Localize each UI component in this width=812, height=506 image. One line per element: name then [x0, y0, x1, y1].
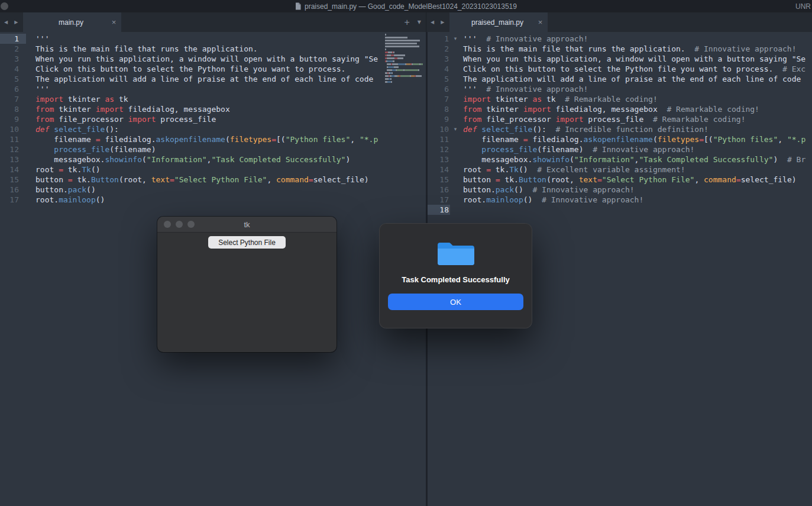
line-number: 3: [444, 54, 449, 64]
fold-spacer: [450, 44, 461, 54]
gutter-cell: 18: [428, 205, 461, 215]
code-line[interactable]: Click on this button to select the Pytho…: [463, 64, 812, 74]
code-line[interactable]: The application will add a line of prais…: [35, 74, 426, 84]
code-line[interactable]: from tkinter import filedialog, messageb…: [463, 104, 812, 114]
line-number: 2: [444, 44, 449, 54]
code-token: askopenfilename: [584, 135, 653, 144]
nav-back-icon[interactable]: ◀: [431, 20, 434, 25]
nav-forward-icon[interactable]: ▶: [441, 20, 444, 25]
tk-window: tk Select Python File: [157, 217, 337, 352]
code-line[interactable]: button.pack(): [35, 185, 426, 195]
new-tab-button[interactable]: +: [405, 17, 410, 28]
code-line[interactable]: root = tk.Tk() # Excellent variable assi…: [463, 165, 812, 175]
close-tab-icon[interactable]: ×: [538, 18, 543, 26]
line-number: 5: [14, 74, 19, 84]
gutter-cell: 12: [0, 144, 26, 154]
tab-main-py[interactable]: main.py ×: [23, 12, 121, 32]
code-line[interactable]: When you run this application, a window …: [35, 54, 426, 64]
code-line[interactable]: messagebox.showinfo("Information","Task …: [463, 154, 812, 165]
code-token: from: [463, 115, 481, 124]
gutter-cell: 8: [428, 104, 461, 114]
code-token: root.: [463, 195, 486, 204]
code-line[interactable]: from tkinter import filedialog, messageb…: [35, 104, 426, 114]
window-close-button[interactable]: [1, 2, 8, 10]
code-line[interactable]: button = tk.Button(root, text="Select Py…: [463, 175, 812, 185]
code-token: ''': [463, 34, 477, 43]
code-token: # Remarkable coding!: [658, 105, 759, 114]
code-line[interactable]: Click on this button to select the Pytho…: [35, 64, 426, 74]
code-line[interactable]: The application will add a line of prais…: [463, 74, 812, 84]
code-line[interactable]: process_file(filename) # Innovative appr…: [463, 144, 812, 154]
code-line[interactable]: root.mainloop(): [35, 195, 426, 205]
close-tab-icon[interactable]: ×: [112, 18, 117, 26]
code-line[interactable]: import tkinter as tk # Remarkable coding…: [463, 94, 812, 104]
code-line[interactable]: [463, 205, 812, 215]
tk-titlebar[interactable]: tk: [157, 217, 337, 233]
gutter-cell: 10▾: [428, 124, 461, 134]
fold-arrow-icon[interactable]: ▾: [450, 34, 461, 44]
code-line[interactable]: ''' # Innovative approach!: [463, 34, 812, 44]
code-token: (): [96, 195, 105, 204]
code-token: Button: [519, 175, 546, 184]
minimap[interactable]: [385, 34, 425, 84]
code-line[interactable]: import tkinter as tk: [35, 94, 426, 104]
code-line[interactable]: button.pack() # Innovative approach!: [463, 185, 812, 195]
fold-spacer: [450, 205, 461, 215]
code-token: ():: [105, 125, 118, 134]
minimap-line: [385, 49, 425, 50]
nav-back-icon[interactable]: ◀: [4, 20, 8, 25]
code-line[interactable]: ''': [35, 84, 426, 94]
select-python-file-button[interactable]: Select Python File: [208, 236, 286, 249]
code-line[interactable]: def select_file(): # Incredible function…: [463, 124, 812, 134]
minimap-line: [385, 72, 425, 74]
minimap-line: [385, 51, 425, 53]
tab-praised-main-py[interactable]: praised_main.py ×: [449, 12, 548, 32]
nav-forward-icon[interactable]: ▶: [14, 20, 18, 25]
code-line[interactable]: def select_file():: [35, 124, 426, 134]
code-token: "Python files": [713, 135, 778, 144]
line-number: 8: [14, 104, 19, 114]
line-number: 14: [9, 165, 19, 175]
minimap-line: [385, 63, 425, 65]
code-token: # Innovative approach!: [523, 185, 635, 194]
minimize-button[interactable]: [176, 221, 183, 228]
code-token: root: [463, 165, 486, 174]
code-token: as: [105, 95, 114, 104]
line-number: 5: [444, 74, 449, 84]
code-line[interactable]: ''': [35, 34, 426, 44]
code-line[interactable]: button = tk.Button(root, text="Select Py…: [35, 175, 426, 185]
code-token: as: [532, 95, 542, 104]
code-line[interactable]: ''' # Innovative approach!: [463, 84, 812, 94]
code-token: messagebox.: [35, 155, 105, 164]
zoom-button[interactable]: [187, 221, 195, 228]
code-token: select_file): [313, 175, 369, 184]
code-line[interactable]: root.mainloop() # Innovative approach!: [463, 195, 812, 205]
dialog-ok-button[interactable]: OK: [388, 294, 523, 310]
code-token: Tk: [82, 165, 91, 174]
code-token: tkinter: [481, 105, 523, 114]
code-line[interactable]: When you run this application, a window …: [463, 54, 812, 64]
gutter-cell: 15: [0, 175, 26, 185]
code-line[interactable]: filename = filedialog.askopenfilename(fi…: [463, 134, 812, 144]
code-token: # Remarkable coding!: [556, 95, 658, 104]
code-line[interactable]: process_file(filename): [35, 144, 426, 154]
line-number: 1: [14, 34, 19, 44]
tab-overflow-button[interactable]: ▼: [418, 20, 421, 25]
code-line[interactable]: This is the main file that runs the appl…: [463, 44, 812, 54]
code-line[interactable]: from file_processor import process_file: [35, 114, 426, 124]
tk-window-body: Select Python File: [157, 233, 337, 249]
close-button[interactable]: [164, 221, 171, 228]
code-token: (): [519, 165, 528, 174]
line-number: 12: [439, 144, 449, 154]
code-line[interactable]: filename = filedialog.askopenfilename(fi…: [35, 134, 426, 144]
fold-spacer: [450, 74, 461, 84]
code-token: filetypes: [658, 135, 699, 144]
code-line[interactable]: root = tk.Tk(): [35, 165, 426, 175]
code-token: "Task Completed Successfully": [639, 155, 773, 164]
code-line[interactable]: This is the main file that runs the appl…: [35, 44, 426, 54]
line-number: 9: [14, 114, 19, 124]
code-line[interactable]: from file_processor import process_file …: [463, 114, 812, 124]
code-token: root: [35, 165, 59, 174]
fold-arrow-icon[interactable]: ▾: [450, 124, 461, 134]
code-line[interactable]: messagebox.showinfo("Information","Task …: [35, 154, 426, 165]
